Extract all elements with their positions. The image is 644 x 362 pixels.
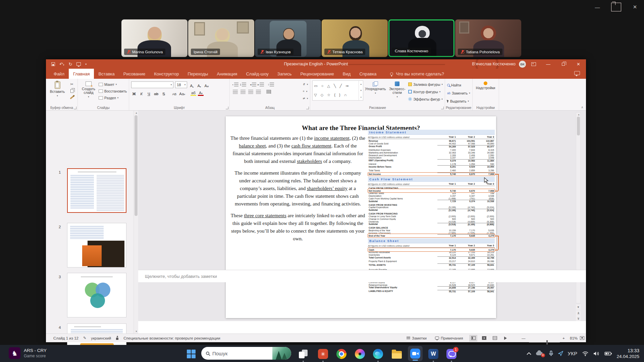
- clipboard-dialog-launcher[interactable]: [74, 107, 76, 109]
- news-widget[interactable]: ♞ ARS - CRY Game score: [9, 347, 47, 359]
- text-shadow-button[interactable]: S: [161, 90, 166, 96]
- decrease-indent-button[interactable]: ◂: [250, 82, 257, 87]
- ribbon-tab[interactable]: Конструктор: [150, 69, 183, 79]
- ribbon-tab[interactable]: Переходы: [183, 69, 212, 79]
- ribbon-tab[interactable]: Слайд-шоу: [241, 69, 273, 79]
- arrange-button[interactable]: Упорядочить▾: [365, 80, 386, 105]
- previous-slide-button[interactable]: ≪: [576, 310, 581, 316]
- zoom-out-button[interactable]: —: [522, 336, 526, 340]
- bullets-button[interactable]: •: [232, 82, 239, 87]
- participant-tile[interactable]: Іван Кузнецов: [255, 19, 321, 57]
- language-switcher[interactable]: УКР: [568, 351, 578, 356]
- explorer-app-button[interactable]: [390, 348, 404, 360]
- tray-expand-button[interactable]: [527, 352, 531, 355]
- cut-button[interactable]: ✂: [68, 81, 75, 87]
- grow-font-button[interactable]: А▴: [189, 82, 195, 88]
- zoom-close-button[interactable]: ✕: [630, 3, 640, 11]
- ribbon-tab[interactable]: Анимация: [212, 69, 241, 79]
- reading-view-button[interactable]: [491, 335, 499, 342]
- ribbon-tab[interactable]: Главная: [69, 69, 94, 79]
- bold-button[interactable]: Ж: [131, 90, 137, 96]
- ribbon-tab[interactable]: Вид: [338, 69, 355, 79]
- customize-qat-button[interactable]: ▾: [85, 63, 87, 66]
- zoom-app-button[interactable]: [408, 346, 423, 361]
- strikethrough-button[interactable]: ab: [153, 90, 159, 96]
- shape-effects-button[interactable]: Эффекты фигур▾: [408, 96, 443, 102]
- ribbon-tab[interactable]: Рецензирование: [296, 69, 338, 79]
- shapes-gallery[interactable]: ▭ ○ △ ╲ ╱ ⇒ ▽ ◇ ☆ { } ∩ ▲▼▾: [312, 80, 363, 101]
- scroll-down-button[interactable]: ▼: [576, 304, 581, 310]
- highlight-color-button[interactable]: аб: [191, 90, 196, 96]
- slide-thumbnail-1[interactable]: [67, 168, 126, 213]
- ribbon-tab[interactable]: Файл: [49, 69, 69, 79]
- battery-icon[interactable]: [604, 352, 612, 356]
- chrome-app-button[interactable]: [335, 348, 348, 360]
- quick-styles-button[interactable]: Экспресс-стили▾: [387, 80, 407, 105]
- slide-sorter-view-button[interactable]: [480, 335, 488, 342]
- microphone-in-use-icon[interactable]: [549, 351, 553, 357]
- find-button[interactable]: Найти: [447, 82, 470, 88]
- ppt-minimize-button[interactable]: —: [541, 59, 556, 69]
- taskbar-clock[interactable]: 13:33 24.04.2025: [616, 348, 639, 359]
- tell-me-search[interactable]: Что вы хотите сделать?: [390, 69, 444, 79]
- underline-button[interactable]: Ч: [146, 90, 152, 96]
- next-slide-button[interactable]: ≪: [576, 316, 581, 321]
- shape-fill-button[interactable]: Заливка фигуры▾: [408, 81, 443, 87]
- increase-indent-button[interactable]: ▸: [257, 82, 264, 87]
- zoom-restore-button[interactable]: [611, 3, 621, 11]
- notes-pane[interactable]: Щелкните, чтобы добавить заметки: [138, 270, 586, 282]
- scrollbar-thumb[interactable]: [577, 117, 580, 135]
- numbering-button[interactable]: 1: [239, 82, 247, 87]
- character-spacing-button[interactable]: АВ: [171, 90, 177, 96]
- save-icon[interactable]: [51, 62, 55, 66]
- language-indicator[interactable]: украинский: [91, 336, 111, 340]
- onedrive-error-icon[interactable]: ✕: [536, 351, 544, 356]
- ribbon-tab[interactable]: Рисование: [119, 69, 150, 79]
- font-size-combo[interactable]: 18▾: [175, 81, 187, 88]
- ribbon-display-options-icon[interactable]: [531, 62, 536, 66]
- slide-thumbnail-2[interactable]: [67, 223, 126, 267]
- font-name-combo[interactable]: ▾: [131, 81, 173, 88]
- reset-button[interactable]: Восстановить: [99, 88, 127, 94]
- participant-tile[interactable]: Tatiana Pohorielova: [455, 19, 521, 57]
- ribbon-tab[interactable]: Вставка: [94, 69, 119, 79]
- notes-toggle-button[interactable]: Заметки: [407, 336, 427, 340]
- format-painter-button[interactable]: [68, 95, 75, 101]
- ribbon-tab[interactable]: Запись: [273, 69, 296, 79]
- ppt-close-button[interactable]: ✕: [571, 59, 586, 69]
- convert-smartart-button[interactable]: ⇄▾: [303, 95, 308, 102]
- participant-tile[interactable]: Ірина Стогній: [188, 19, 254, 57]
- participant-tile[interactable]: Тетяна Краснова: [322, 19, 388, 57]
- text-direction-button[interactable]: ⇵▾: [303, 81, 308, 87]
- shrink-font-button[interactable]: А▾: [196, 82, 202, 88]
- clipchamp-app-button[interactable]: [353, 348, 367, 360]
- addins-button[interactable]: Надстройки: [475, 80, 497, 105]
- slide-canvas[interactable]: What are the Three Financial Statements?…: [226, 116, 496, 318]
- justify-button[interactable]: [255, 89, 262, 95]
- fit-to-window-button[interactable]: [580, 336, 584, 340]
- zoom-percentage[interactable]: 81%: [570, 336, 578, 340]
- zoom-minimize-button[interactable]: —: [592, 3, 602, 11]
- shapes-gallery-scroll[interactable]: ▲▼▾: [359, 81, 363, 100]
- redo-button[interactable]: ↻: [68, 62, 72, 67]
- layout-button[interactable]: Макет▾: [99, 81, 127, 87]
- scrollbar-thumb[interactable]: [135, 115, 138, 216]
- columns-button[interactable]: [265, 89, 272, 95]
- undo-button[interactable]: ↶▾: [59, 62, 64, 67]
- location-in-use-icon[interactable]: [558, 351, 563, 356]
- financial-statements[interactable]: Income StatementAll figures in USD milli…: [368, 130, 495, 294]
- align-right-button[interactable]: [247, 89, 254, 95]
- search-daily-image[interactable]: [272, 347, 291, 360]
- volume-icon[interactable]: [593, 351, 600, 356]
- viber-app-button[interactable]: 1: [445, 348, 458, 360]
- align-text-button[interactable]: ≡▾: [303, 88, 308, 95]
- participant-tile[interactable]: Marina Goriunova: [121, 19, 187, 57]
- replace-button[interactable]: abЗаменить▾: [447, 90, 470, 96]
- paste-button[interactable]: Вставить▾: [48, 80, 67, 105]
- shape-outline-button[interactable]: Контур фигуры▾: [408, 88, 443, 95]
- edge-app-button[interactable]: [371, 348, 385, 360]
- clear-formatting-button[interactable]: А⌀: [204, 82, 209, 88]
- zoom-in-button[interactable]: +: [562, 336, 565, 340]
- collapse-ribbon-button[interactable]: ∧: [581, 106, 583, 109]
- align-center-button[interactable]: [239, 89, 247, 95]
